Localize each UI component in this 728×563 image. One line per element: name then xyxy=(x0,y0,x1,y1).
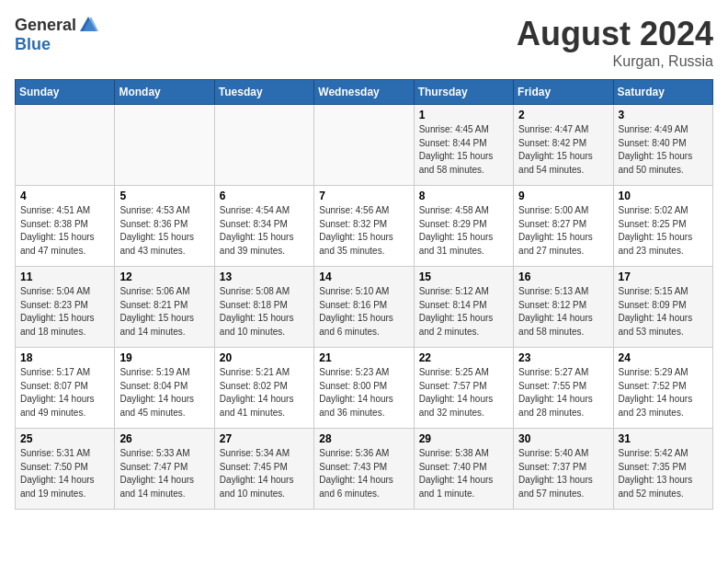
calendar-week-row: 4 Sunrise: 4:51 AMSunset: 8:38 PMDayligh… xyxy=(16,186,713,267)
calendar-cell: 30 Sunrise: 5:40 AMSunset: 7:37 PMDaylig… xyxy=(514,429,613,510)
day-number: 19 xyxy=(119,351,209,364)
day-info: Sunrise: 5:17 AMSunset: 8:07 PMDaylight:… xyxy=(20,367,95,418)
day-info: Sunrise: 5:36 AMSunset: 7:43 PMDaylight:… xyxy=(319,448,393,499)
day-number: 26 xyxy=(119,432,209,445)
day-number: 6 xyxy=(220,190,309,202)
day-info: Sunrise: 5:02 AMSunset: 8:25 PMDaylight:… xyxy=(619,205,693,256)
day-info: Sunrise: 5:00 AMSunset: 8:27 PMDaylight:… xyxy=(518,205,593,256)
calendar-cell: 6 Sunrise: 4:54 AMSunset: 8:34 PMDayligh… xyxy=(214,186,313,267)
calendar-cell: 12 Sunrise: 5:06 AMSunset: 8:21 PMDaylig… xyxy=(115,267,214,348)
day-info: Sunrise: 5:12 AMSunset: 8:14 PMDaylight:… xyxy=(419,286,494,337)
day-number: 1 xyxy=(419,109,508,121)
day-info: Sunrise: 5:23 AMSunset: 8:00 PMDaylight:… xyxy=(319,367,393,418)
calendar-cell: 19 Sunrise: 5:19 AMSunset: 8:04 PMDaylig… xyxy=(115,348,214,429)
title-block: August 2024 Kurgan, Russia xyxy=(517,15,713,70)
day-info: Sunrise: 5:42 AMSunset: 7:35 PMDaylight:… xyxy=(619,448,693,499)
day-number: 9 xyxy=(518,190,608,202)
calendar-cell: 16 Sunrise: 5:13 AMSunset: 8:12 PMDaylig… xyxy=(514,267,613,348)
calendar-cell: 31 Sunrise: 5:42 AMSunset: 7:35 PMDaylig… xyxy=(613,429,712,510)
day-info: Sunrise: 5:38 AMSunset: 7:40 PMDaylight:… xyxy=(419,448,494,499)
weekday-header-monday: Monday xyxy=(115,80,214,105)
day-info: Sunrise: 4:54 AMSunset: 8:34 PMDaylight:… xyxy=(220,205,294,256)
calendar-cell: 1 Sunrise: 4:45 AMSunset: 8:44 PMDayligh… xyxy=(414,105,513,186)
day-number: 5 xyxy=(119,190,209,202)
day-info: Sunrise: 5:27 AMSunset: 7:55 PMDaylight:… xyxy=(518,367,593,418)
calendar-cell: 18 Sunrise: 5:17 AMSunset: 8:07 PMDaylig… xyxy=(16,348,115,429)
logo-icon xyxy=(78,15,98,35)
calendar-cell: 23 Sunrise: 5:27 AMSunset: 7:55 PMDaylig… xyxy=(514,348,613,429)
day-number: 22 xyxy=(419,351,508,364)
day-info: Sunrise: 4:49 AMSunset: 8:40 PMDaylight:… xyxy=(619,124,693,175)
weekday-header-wednesday: Wednesday xyxy=(314,80,414,105)
calendar-cell xyxy=(214,105,313,186)
calendar-cell: 28 Sunrise: 5:36 AMSunset: 7:43 PMDaylig… xyxy=(314,429,414,510)
day-info: Sunrise: 5:25 AMSunset: 7:57 PMDaylight:… xyxy=(419,367,494,418)
day-info: Sunrise: 5:19 AMSunset: 8:04 PMDaylight:… xyxy=(119,367,194,418)
day-number: 12 xyxy=(119,270,209,283)
logo-blue-text: Blue xyxy=(15,35,51,54)
day-number: 11 xyxy=(20,270,109,283)
day-number: 21 xyxy=(319,351,408,364)
calendar-cell: 10 Sunrise: 5:02 AMSunset: 8:25 PMDaylig… xyxy=(613,186,712,267)
calendar-cell: 15 Sunrise: 5:12 AMSunset: 8:14 PMDaylig… xyxy=(414,267,513,348)
day-info: Sunrise: 4:53 AMSunset: 8:36 PMDaylight:… xyxy=(119,205,194,256)
calendar-cell: 7 Sunrise: 4:56 AMSunset: 8:32 PMDayligh… xyxy=(314,186,414,267)
calendar-week-row: 11 Sunrise: 5:04 AMSunset: 8:23 PMDaylig… xyxy=(16,267,713,348)
day-number: 30 xyxy=(518,432,608,445)
calendar-cell: 24 Sunrise: 5:29 AMSunset: 7:52 PMDaylig… xyxy=(613,348,712,429)
weekday-header-tuesday: Tuesday xyxy=(214,80,313,105)
calendar-cell: 9 Sunrise: 5:00 AMSunset: 8:27 PMDayligh… xyxy=(514,186,613,267)
day-number: 2 xyxy=(518,109,608,121)
day-info: Sunrise: 5:15 AMSunset: 8:09 PMDaylight:… xyxy=(619,286,693,337)
day-info: Sunrise: 5:34 AMSunset: 7:45 PMDaylight:… xyxy=(220,448,294,499)
calendar-cell: 8 Sunrise: 4:58 AMSunset: 8:29 PMDayligh… xyxy=(414,186,513,267)
day-info: Sunrise: 4:56 AMSunset: 8:32 PMDaylight:… xyxy=(319,205,393,256)
day-number: 31 xyxy=(619,432,708,445)
day-number: 10 xyxy=(619,190,708,202)
day-number: 24 xyxy=(619,351,708,364)
weekday-header-thursday: Thursday xyxy=(414,80,513,105)
day-number: 3 xyxy=(619,109,708,121)
calendar-cell: 27 Sunrise: 5:34 AMSunset: 7:45 PMDaylig… xyxy=(214,429,313,510)
day-number: 13 xyxy=(220,270,309,283)
day-number: 25 xyxy=(20,432,109,445)
day-info: Sunrise: 5:33 AMSunset: 7:47 PMDaylight:… xyxy=(119,448,194,499)
logo: General Blue xyxy=(15,15,98,54)
logo-general-text: General xyxy=(15,16,76,35)
day-number: 23 xyxy=(518,351,608,364)
location-subtitle: Kurgan, Russia xyxy=(517,53,713,70)
day-info: Sunrise: 5:06 AMSunset: 8:21 PMDaylight:… xyxy=(119,286,194,337)
day-number: 4 xyxy=(20,190,109,202)
calendar-cell xyxy=(115,105,214,186)
calendar-cell xyxy=(314,105,414,186)
day-info: Sunrise: 5:31 AMSunset: 7:50 PMDaylight:… xyxy=(20,448,95,499)
day-info: Sunrise: 5:29 AMSunset: 7:52 PMDaylight:… xyxy=(619,367,693,418)
weekday-header-sunday: Sunday xyxy=(16,80,115,105)
day-number: 16 xyxy=(518,270,608,283)
calendar-week-row: 25 Sunrise: 5:31 AMSunset: 7:50 PMDaylig… xyxy=(16,429,713,510)
day-info: Sunrise: 4:58 AMSunset: 8:29 PMDaylight:… xyxy=(419,205,494,256)
calendar-cell: 17 Sunrise: 5:15 AMSunset: 8:09 PMDaylig… xyxy=(613,267,712,348)
calendar-table: SundayMondayTuesdayWednesdayThursdayFrid… xyxy=(15,79,713,510)
month-year-title: August 2024 xyxy=(517,15,713,53)
calendar-cell: 21 Sunrise: 5:23 AMSunset: 8:00 PMDaylig… xyxy=(314,348,414,429)
weekday-header-saturday: Saturday xyxy=(613,80,712,105)
calendar-cell: 25 Sunrise: 5:31 AMSunset: 7:50 PMDaylig… xyxy=(16,429,115,510)
day-info: Sunrise: 4:51 AMSunset: 8:38 PMDaylight:… xyxy=(20,205,95,256)
calendar-cell: 4 Sunrise: 4:51 AMSunset: 8:38 PMDayligh… xyxy=(16,186,115,267)
calendar-week-row: 18 Sunrise: 5:17 AMSunset: 8:07 PMDaylig… xyxy=(16,348,713,429)
day-info: Sunrise: 5:21 AMSunset: 8:02 PMDaylight:… xyxy=(220,367,294,418)
calendar-cell: 29 Sunrise: 5:38 AMSunset: 7:40 PMDaylig… xyxy=(414,429,513,510)
day-number: 15 xyxy=(419,270,508,283)
calendar-cell: 26 Sunrise: 5:33 AMSunset: 7:47 PMDaylig… xyxy=(115,429,214,510)
day-number: 28 xyxy=(319,432,408,445)
day-info: Sunrise: 5:13 AMSunset: 8:12 PMDaylight:… xyxy=(518,286,593,337)
day-info: Sunrise: 5:08 AMSunset: 8:18 PMDaylight:… xyxy=(220,286,294,337)
day-info: Sunrise: 5:10 AMSunset: 8:16 PMDaylight:… xyxy=(319,286,393,337)
calendar-week-row: 1 Sunrise: 4:45 AMSunset: 8:44 PMDayligh… xyxy=(16,105,713,186)
day-number: 18 xyxy=(20,351,109,364)
day-number: 7 xyxy=(319,190,408,202)
day-number: 14 xyxy=(319,270,408,283)
calendar-cell: 3 Sunrise: 4:49 AMSunset: 8:40 PMDayligh… xyxy=(613,105,712,186)
calendar-cell: 22 Sunrise: 5:25 AMSunset: 7:57 PMDaylig… xyxy=(414,348,513,429)
